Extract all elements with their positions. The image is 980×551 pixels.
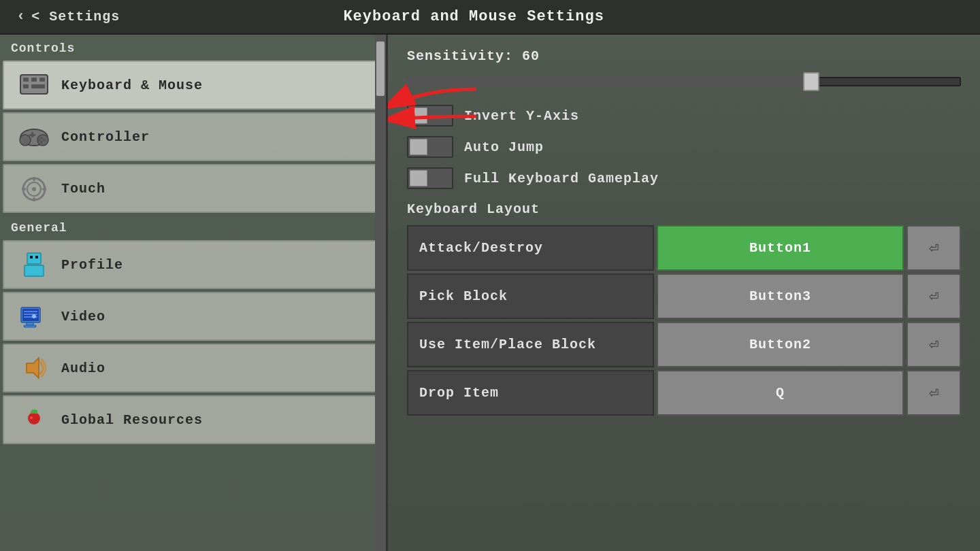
touch-label: Touch — [61, 181, 105, 197]
svg-rect-23 — [27, 253, 41, 264]
auto-jump-knob — [410, 139, 427, 155]
sensitivity-label: Sensitivity: 60 — [407, 48, 961, 64]
keybind-row-pick: Pick Block Button3 ⏎ — [407, 273, 961, 319]
keybind-action-attack: Attack/Destroy — [407, 225, 654, 271]
svg-rect-3 — [39, 78, 45, 82]
controller-icon — [18, 123, 50, 150]
svg-rect-36 — [28, 412, 40, 424]
global-resources-icon — [18, 406, 50, 433]
sensitivity-slider[interactable] — [407, 72, 961, 91]
keyboard-mouse-label: Keyboard & Mouse — [61, 78, 203, 93]
sidebar-item-touch[interactable]: Touch — [3, 164, 383, 213]
keybind-key-drop[interactable]: Q — [657, 370, 904, 416]
sidebar-item-keyboard-mouse[interactable]: Keyboard & Mouse — [3, 61, 383, 110]
keybind-action-drop: Drop Item — [407, 370, 654, 416]
svg-point-18 — [32, 187, 36, 191]
sidebar: Controls Keyboard & Mouse — [0, 35, 388, 551]
keybind-reset-use[interactable]: ⏎ — [906, 322, 961, 367]
controller-label: Controller — [61, 129, 150, 145]
invert-y-knob — [410, 107, 427, 124]
keybind-action-pick: Pick Block — [407, 273, 654, 319]
keybind-key-pick[interactable]: Button3 — [657, 273, 904, 319]
keybind-reset-attack[interactable]: ⏎ — [906, 225, 961, 271]
touch-icon — [18, 175, 50, 202]
full-keyboard-label: Full Keyboard Gameplay — [464, 171, 659, 186]
svg-point-12 — [40, 137, 43, 139]
back-button[interactable]: ‹ < Settings — [16, 8, 120, 25]
svg-rect-5 — [31, 84, 41, 88]
controls-section-label: Controls — [0, 35, 386, 59]
page-title: Keyboard and Mouse Settings — [343, 8, 604, 25]
svg-rect-28 — [22, 309, 39, 321]
video-icon — [18, 303, 50, 330]
svg-point-13 — [43, 139, 46, 141]
svg-rect-25 — [30, 256, 33, 258]
full-keyboard-knob — [410, 170, 427, 186]
keyboard-mouse-icon — [18, 71, 50, 99]
topbar: ‹ < Settings Keyboard and Mouse Settings — [0, 0, 980, 35]
keybind-key-use[interactable]: Button2 — [657, 322, 904, 367]
svg-rect-39 — [35, 410, 37, 414]
keybind-row-attack: Attack/Destroy Button1 ⏎ — [407, 225, 961, 271]
invert-y-toggle[interactable] — [407, 105, 453, 127]
settings-panel: Sensitivity: 60 Invert Y-Axis Auto Jump — [388, 35, 980, 551]
toggle-row-invert-y: Invert Y-Axis — [407, 105, 961, 127]
toggle-row-auto-jump: Auto Jump — [407, 136, 961, 158]
sidebar-item-global-resources[interactable]: Global Resources — [3, 395, 383, 444]
video-label: Video — [61, 309, 105, 324]
full-keyboard-toggle[interactable] — [407, 167, 453, 189]
content-area: Controls Keyboard & Mouse — [0, 35, 980, 551]
sidebar-scrollbar[interactable] — [375, 35, 386, 551]
sidebar-item-audio[interactable]: Audio — [3, 344, 383, 393]
keybind-row-drop: Drop Item Q ⏎ — [407, 370, 961, 416]
svg-rect-26 — [35, 256, 38, 258]
keybind-reset-pick[interactable]: ⏎ — [906, 273, 961, 319]
auto-jump-label: Auto Jump — [464, 139, 544, 155]
sidebar-item-video[interactable]: Video — [3, 292, 383, 341]
scrollbar-thumb[interactable] — [376, 41, 385, 96]
profile-icon — [18, 251, 50, 278]
svg-rect-24 — [24, 265, 44, 276]
svg-rect-11 — [29, 134, 35, 136]
auto-jump-toggle[interactable] — [407, 136, 453, 158]
profile-label: Profile — [61, 257, 123, 273]
svg-point-14 — [40, 141, 43, 144]
sidebar-item-profile[interactable]: Profile — [3, 240, 383, 289]
audio-icon — [18, 354, 50, 382]
slider-thumb[interactable] — [803, 72, 819, 91]
back-label: < Settings — [31, 9, 120, 24]
svg-point-15 — [37, 139, 40, 141]
keybind-row-use: Use Item/Place Block Button2 ⏎ — [407, 322, 961, 367]
svg-point-34 — [32, 314, 36, 318]
global-resources-label: Global Resources — [61, 412, 203, 428]
audio-label: Audio — [61, 361, 105, 376]
svg-point-8 — [20, 135, 31, 146]
svg-rect-33 — [24, 325, 36, 327]
invert-y-label: Invert Y-Axis — [464, 108, 579, 124]
svg-rect-32 — [27, 322, 33, 325]
svg-rect-40 — [30, 416, 33, 419]
keybind-key-attack[interactable]: Button1 — [657, 225, 904, 271]
toggle-row-full-keyboard: Full Keyboard Gameplay — [407, 167, 961, 189]
svg-rect-1 — [23, 78, 29, 82]
svg-marker-35 — [27, 358, 39, 378]
svg-rect-6 — [39, 84, 45, 88]
back-chevron-icon: ‹ — [16, 8, 26, 25]
sidebar-item-controller[interactable]: Controller — [3, 112, 383, 161]
slider-fill — [407, 77, 811, 86]
keybind-reset-drop[interactable]: ⏎ — [906, 370, 961, 416]
keyboard-layout-header: Keyboard Layout — [407, 201, 961, 217]
svg-rect-2 — [31, 78, 37, 82]
svg-rect-4 — [23, 84, 29, 88]
keybind-action-use: Use Item/Place Block — [407, 322, 654, 367]
svg-rect-38 — [31, 411, 33, 414]
general-section-label: General — [0, 214, 386, 239]
